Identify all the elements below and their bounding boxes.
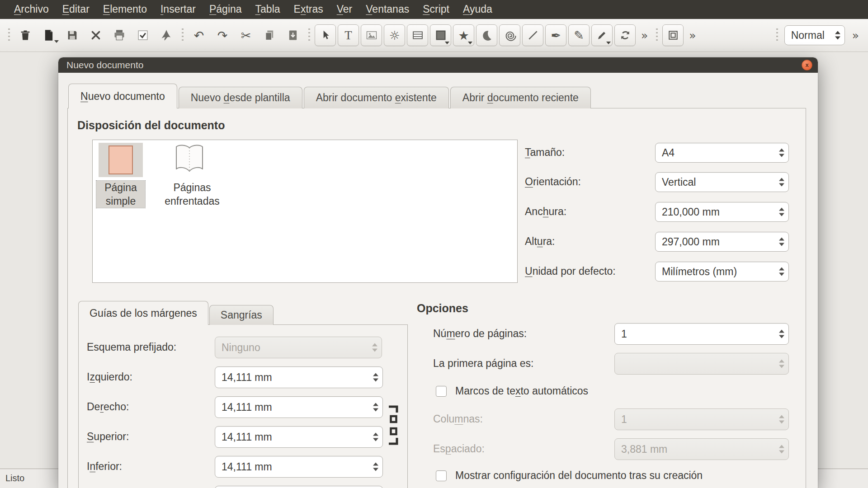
insert-arc-button[interactable] — [476, 24, 497, 46]
save-as-pdf-button[interactable] — [158, 27, 175, 43]
toolbar-handle-icon[interactable] — [776, 28, 778, 42]
default-unit-combobox[interactable]: Milímetros (mm) — [655, 262, 789, 282]
calligraphy-dropdown-icon[interactable] — [606, 42, 611, 44]
spin-up-icon[interactable] — [779, 178, 784, 181]
margin-left-spinbox[interactable]: 14,111 mm — [215, 366, 383, 388]
margin-top-spinbox[interactable]: 14,111 mm — [215, 426, 383, 448]
spin-down-icon[interactable] — [373, 379, 378, 382]
spin-up-icon[interactable] — [373, 433, 378, 436]
polygon-dropdown-icon[interactable] — [468, 42, 472, 44]
menu-insertar[interactable]: Insertar — [154, 0, 203, 19]
layout-option-facing-pages[interactable] — [173, 144, 206, 175]
toolbar-overflow-chevron[interactable]: » — [641, 29, 648, 42]
spin-down-icon[interactable] — [779, 273, 784, 276]
delete-button[interactable] — [17, 27, 33, 43]
edit-contents-button[interactable] — [662, 24, 684, 46]
preflight-verifier-button[interactable] — [135, 27, 151, 43]
spin-down-icon[interactable] — [779, 213, 784, 216]
rotate-item-button[interactable] — [614, 24, 636, 46]
spin-up-icon[interactable] — [373, 463, 378, 466]
clipped-spinbox[interactable] — [215, 486, 383, 488]
margin-bottom-spinbox[interactable]: 14,111 mm — [215, 456, 383, 478]
spin-up-icon[interactable] — [373, 373, 378, 376]
height-spinbox[interactable]: 297,000 mm — [655, 232, 789, 252]
link-margins-button[interactable] — [387, 404, 400, 448]
tab-abrir-documento-existente[interactable]: Abrir documento existente — [304, 87, 449, 108]
toolbar-handle-icon[interactable] — [8, 28, 10, 42]
tab-sangrias[interactable]: Sangrías — [209, 305, 274, 325]
insert-calligraphic-line-button[interactable] — [591, 24, 613, 46]
width-spinbox[interactable]: 210,000 mm — [655, 202, 789, 222]
toolbar-handle-icon[interactable] — [656, 28, 658, 42]
layout-option-single-page[interactable] — [99, 143, 143, 177]
menu-ver[interactable]: Ver — [330, 0, 359, 19]
spin-down-icon[interactable] — [373, 468, 378, 471]
page-count-spinbox[interactable]: 1 — [614, 323, 789, 345]
orientation-combobox[interactable]: Vertical — [655, 172, 789, 192]
spin-down-icon[interactable] — [835, 37, 840, 40]
insert-bezier-curve-button[interactable]: ✒ — [545, 24, 566, 46]
insert-line-button[interactable] — [522, 24, 543, 46]
new-document-button[interactable] — [41, 27, 57, 43]
spin-down-icon[interactable] — [779, 335, 784, 338]
menu-editar[interactable]: Editar — [56, 0, 96, 19]
menu-ayuda[interactable]: Ayuda — [456, 0, 499, 19]
copy-button[interactable] — [261, 27, 278, 43]
spin-down-icon[interactable] — [779, 243, 784, 246]
insert-polygon-button[interactable]: ★ — [453, 24, 474, 46]
tab-nuevo-documento[interactable]: Nuevo documento — [68, 84, 177, 108]
spin-down-icon[interactable] — [779, 154, 784, 157]
toolbar-overflow-chevron[interactable]: » — [852, 29, 859, 42]
spin-up-icon[interactable] — [373, 403, 378, 406]
spin-up-icon[interactable] — [835, 31, 840, 34]
spin-up-icon[interactable] — [779, 149, 784, 152]
style-selector-arrows[interactable] — [835, 31, 840, 40]
select-item-button[interactable] — [315, 24, 336, 46]
menu-elemento[interactable]: Elemento — [96, 0, 154, 19]
insert-text-frame-button[interactable]: T — [338, 24, 359, 46]
save-button[interactable] — [64, 27, 80, 43]
show-settings-label[interactable]: Mostrar configuración del documento tras… — [455, 465, 703, 487]
toolbar-handle-icon[interactable] — [308, 28, 310, 42]
spin-down-icon[interactable] — [373, 438, 378, 441]
margin-right-spinbox[interactable]: 14,111 mm — [215, 396, 383, 418]
toolbar-overflow-chevron[interactable]: » — [689, 29, 696, 42]
menu-pagina[interactable]: Página — [203, 0, 249, 19]
tab-abrir-documento-reciente[interactable]: Abrir documento reciente — [450, 87, 591, 108]
menu-extras[interactable]: Extras — [287, 0, 330, 19]
insert-shape-button[interactable] — [430, 24, 451, 46]
redo-button[interactable]: ↷ — [214, 27, 231, 43]
undo-button[interactable]: ↶ — [191, 27, 207, 43]
single-page-label[interactable]: Página simple — [96, 181, 145, 208]
dialog-close-button[interactable]: x — [802, 60, 812, 70]
tab-nuevo-desde-plantilla[interactable]: Nuevo desde plantilla — [179, 87, 302, 108]
insert-spiral-button[interactable] — [499, 24, 520, 46]
style-selector[interactable]: Normal — [784, 25, 845, 45]
menu-script[interactable]: Script — [416, 0, 456, 19]
spin-up-icon[interactable] — [779, 238, 784, 241]
spin-up-icon[interactable] — [779, 330, 784, 333]
cut-button[interactable]: ✂ — [238, 27, 254, 43]
tab-guias-margenes[interactable]: Guías de los márgenes — [78, 301, 208, 325]
menu-tabla[interactable]: Tabla — [249, 0, 287, 19]
spin-down-icon[interactable] — [373, 408, 378, 412]
shape-dropdown-icon[interactable] — [445, 42, 449, 44]
show-settings-checkbox[interactable] — [436, 470, 447, 481]
size-combobox[interactable]: A4 — [655, 143, 789, 163]
insert-freehand-line-button[interactable]: ✎ — [568, 24, 590, 46]
paste-button[interactable] — [285, 27, 301, 43]
spin-up-icon[interactable] — [779, 267, 784, 271]
toolbar-handle-icon[interactable] — [182, 28, 184, 42]
insert-render-frame-button[interactable]: ☼ — [384, 24, 405, 46]
auto-text-frames-label[interactable]: Marcos de texto automáticos — [455, 380, 588, 402]
menu-ventanas[interactable]: Ventanas — [359, 0, 416, 19]
insert-table-button[interactable] — [407, 24, 428, 46]
auto-text-frames-checkbox[interactable] — [436, 386, 447, 397]
close-button[interactable] — [88, 27, 104, 43]
print-button[interactable] — [111, 27, 127, 43]
facing-pages-label[interactable]: Páginas enfrentadas — [155, 181, 229, 208]
insert-image-frame-button[interactable] — [361, 24, 382, 46]
new-document-dropdown-icon[interactable] — [54, 40, 59, 43]
spin-down-icon[interactable] — [779, 183, 784, 187]
spin-up-icon[interactable] — [779, 208, 784, 211]
